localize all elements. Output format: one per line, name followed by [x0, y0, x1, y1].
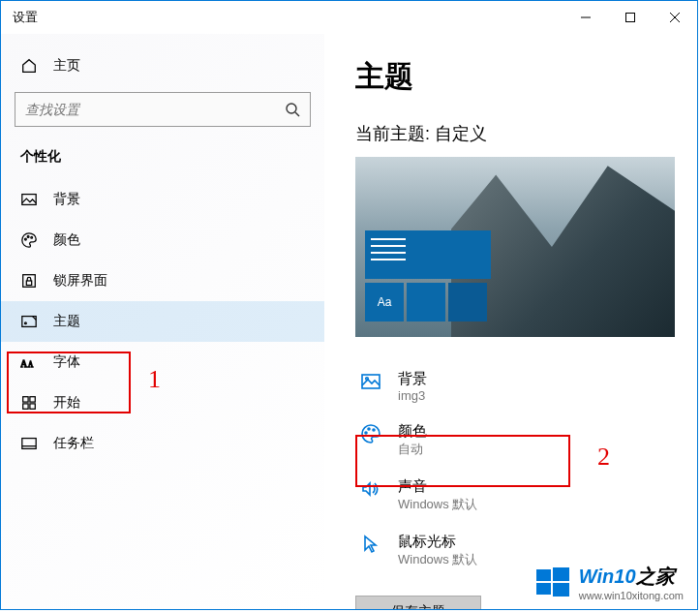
preview-tile-aa: Aa — [365, 283, 404, 321]
watermark-brand: Win10之家 — [579, 564, 684, 590]
settings-window: 设置 主页 — [0, 0, 698, 610]
annotation-number-2: 2 — [597, 443, 610, 472]
nav-label: 字体 — [53, 353, 80, 371]
home-icon — [20, 57, 38, 75]
watermark: Win10之家 www.win10xitong.com — [534, 564, 684, 601]
palette-icon — [20, 231, 38, 249]
svg-rect-11 — [26, 281, 31, 286]
annotation-number-1: 1 — [148, 365, 161, 394]
svg-rect-28 — [553, 567, 569, 581]
nav-label: 锁屏界面 — [53, 272, 107, 290]
svg-point-23 — [366, 378, 369, 381]
svg-rect-17 — [30, 397, 35, 402]
svg-point-26 — [373, 429, 375, 431]
section-label: 个性化 — [1, 144, 324, 179]
search-icon — [285, 102, 300, 117]
svg-rect-18 — [23, 404, 28, 409]
svg-rect-30 — [553, 583, 569, 597]
image-icon — [359, 370, 382, 393]
current-theme-label: 当前主题: 自定义 — [355, 122, 697, 145]
home-label: 主页 — [53, 57, 80, 75]
svg-point-7 — [25, 238, 27, 240]
search-box[interactable] — [15, 92, 311, 127]
home-link[interactable]: 主页 — [1, 47, 324, 84]
theme-option-color[interactable]: 颜色 自动 — [355, 413, 655, 468]
window-controls — [563, 1, 697, 34]
preview-start-menu: Aa — [365, 230, 491, 327]
search-input[interactable] — [25, 102, 285, 117]
sidebar-item-colors[interactable]: 颜色 — [1, 220, 324, 260]
lockscreen-icon — [20, 272, 38, 290]
option-label: 鼠标光标 — [398, 533, 477, 551]
svg-point-25 — [368, 428, 370, 430]
body: 主页 个性化 背景 颜色 — [1, 34, 697, 609]
svg-point-4 — [287, 104, 296, 113]
nav-label: 主题 — [53, 313, 80, 330]
content-area: 主题 当前主题: 自定义 Aa — [324, 34, 697, 609]
maximize-button[interactable] — [608, 1, 653, 34]
save-theme-button[interactable]: 保存主题 — [355, 596, 481, 609]
svg-point-13 — [25, 322, 27, 324]
sidebar-item-lockscreen[interactable]: 锁屏界面 — [1, 260, 324, 301]
option-value: Windows 默认 — [398, 496, 477, 513]
theme-preview[interactable]: Aa — [355, 157, 675, 337]
option-value: Windows 默认 — [398, 551, 477, 568]
preview-tile-grid — [407, 283, 445, 321]
sidebar-item-taskbar[interactable]: 任务栏 — [1, 423, 324, 464]
option-value: 自动 — [398, 441, 427, 458]
svg-point-24 — [365, 432, 367, 434]
minimize-button[interactable] — [563, 1, 608, 34]
watermark-url: www.win10xitong.com — [579, 590, 684, 601]
svg-rect-29 — [536, 583, 551, 595]
palette-icon — [359, 422, 382, 445]
nav-label: 背景 — [53, 191, 80, 208]
close-button[interactable] — [653, 1, 697, 34]
theme-option-sound[interactable]: 声音 Windows 默认 — [355, 468, 655, 523]
theme-icon — [20, 313, 38, 330]
svg-rect-20 — [22, 439, 36, 449]
svg-text:A: A — [20, 358, 28, 369]
theme-option-background[interactable]: 背景 img3 — [355, 360, 655, 413]
nav-label: 任务栏 — [53, 435, 94, 452]
sidebar-item-background[interactable]: 背景 — [1, 179, 324, 220]
sidebar-item-start[interactable]: 开始 — [1, 382, 324, 423]
sidebar-item-fonts[interactable]: AA 字体 — [1, 342, 324, 382]
svg-point-9 — [31, 236, 33, 238]
svg-text:A: A — [28, 361, 34, 369]
taskbar-icon — [20, 435, 38, 452]
svg-rect-1 — [626, 14, 635, 22]
sidebar: 主页 个性化 背景 颜色 — [1, 34, 324, 609]
option-label: 声音 — [398, 477, 477, 496]
start-icon — [20, 394, 38, 412]
cursor-icon — [359, 533, 382, 556]
sidebar-item-themes[interactable]: 主题 — [1, 301, 324, 342]
svg-rect-27 — [536, 569, 551, 581]
svg-rect-19 — [30, 404, 35, 409]
nav-label: 颜色 — [53, 231, 80, 249]
font-icon: AA — [20, 353, 38, 371]
svg-point-8 — [27, 236, 29, 238]
page-title: 主题 — [355, 57, 697, 97]
svg-rect-16 — [23, 397, 28, 402]
window-title: 设置 — [1, 9, 38, 26]
image-icon — [20, 191, 38, 208]
titlebar: 设置 — [1, 1, 697, 34]
svg-line-5 — [295, 112, 299, 116]
nav-label: 开始 — [53, 394, 80, 412]
sound-icon — [359, 477, 382, 501]
windows-logo-icon — [534, 565, 571, 601]
option-label: 背景 — [398, 370, 427, 388]
option-value: img3 — [398, 388, 427, 403]
svg-rect-6 — [22, 195, 36, 205]
option-label: 颜色 — [398, 422, 427, 441]
